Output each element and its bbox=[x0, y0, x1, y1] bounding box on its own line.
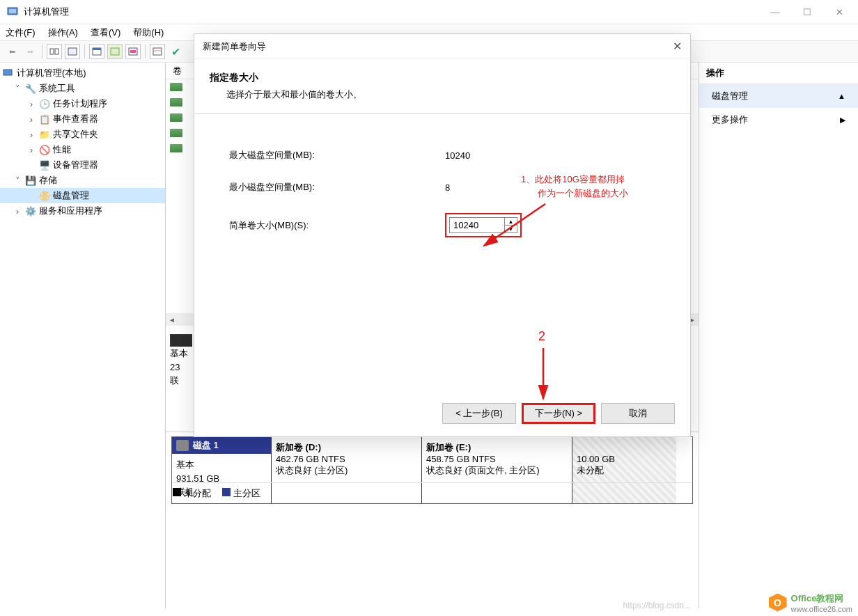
folder-icon: 📁 bbox=[39, 129, 50, 140]
nav-storage[interactable]: ˅ 💾 存储 bbox=[0, 173, 165, 188]
office-watermark: O Office教程网 www.office26.com bbox=[769, 592, 852, 613]
vol-u-status: 未分配 bbox=[577, 464, 672, 477]
tools-icon: 🔧 bbox=[25, 83, 36, 94]
csdn-watermark: https://blog.csdn... bbox=[623, 601, 691, 610]
menu-action[interactable]: 操作(A) bbox=[48, 26, 78, 39]
app-icon bbox=[7, 6, 20, 18]
max-size-row: 最大磁盘空间量(MB): 10240 bbox=[229, 149, 655, 161]
max-size-label: 最大磁盘空间量(MB): bbox=[229, 149, 445, 161]
nav-diskmgmt-label: 磁盘管理 bbox=[53, 189, 89, 202]
toolbtn-6[interactable] bbox=[150, 44, 165, 59]
wizard-header: 指定卷大小 选择介于最大和最小值的卷大小。 bbox=[194, 59, 690, 114]
nav-scheduler[interactable]: › 🕒 任务计划程序 bbox=[0, 96, 165, 111]
annotation-1: 1、此处将10G容量都用掉 作为一个新磁盘的大小 bbox=[521, 173, 628, 200]
toolbtn-5[interactable] bbox=[125, 44, 141, 59]
volume-size-input[interactable] bbox=[449, 217, 505, 233]
watermark-brand: Office教程网 bbox=[791, 592, 852, 605]
legend-primary: 主分区 bbox=[222, 487, 260, 500]
svg-rect-1 bbox=[9, 9, 16, 13]
next-button[interactable]: 下一步(N) > bbox=[522, 403, 595, 424]
expand-icon[interactable]: ˅ bbox=[13, 175, 22, 186]
nav-root[interactable]: 计算机管理(本地) bbox=[0, 65, 165, 81]
nav-tree: 计算机管理(本地) ˅ 🔧 系统工具 › 🕒 任务计划程序 › 📋 事件查看器 … bbox=[0, 63, 166, 608]
nav-perf-label: 性能 bbox=[53, 143, 71, 156]
expand-icon[interactable]: ˅ bbox=[13, 84, 22, 94]
volume-icon bbox=[170, 144, 182, 152]
nav-services-label: 服务和应用程序 bbox=[39, 205, 102, 217]
col-volume: 卷 bbox=[173, 65, 182, 77]
back-button[interactable]: < 上一步(B) bbox=[442, 403, 516, 424]
menu-view[interactable]: 查看(V) bbox=[91, 26, 120, 39]
legend-unalloc: 未分配 bbox=[173, 487, 211, 500]
disk-graphic-panel: 磁盘 1 基本 931.51 GB 联机 新加卷 (D:) 462.76 GB … bbox=[166, 432, 699, 504]
expand-icon[interactable]: › bbox=[13, 206, 22, 216]
toolbtn-2[interactable] bbox=[65, 44, 80, 59]
forward-button[interactable]: ➡ bbox=[22, 44, 38, 59]
volume-size-label: 简单卷大小(MB)(S): bbox=[229, 219, 445, 232]
max-size-value: 10240 bbox=[445, 150, 470, 161]
vol-u-size: 10.00 GB bbox=[577, 454, 672, 464]
device-icon: 🖥️ bbox=[39, 159, 50, 171]
titlebar: 计算机管理 — ☐ ✕ bbox=[0, 0, 858, 24]
toolbtn-1[interactable] bbox=[47, 44, 62, 59]
svg-rect-9 bbox=[130, 50, 136, 53]
back-button[interactable]: ⬅ bbox=[4, 44, 20, 59]
disk-type: 基本 bbox=[176, 458, 267, 472]
expand-icon[interactable]: › bbox=[26, 99, 36, 109]
toolbtn-4[interactable] bbox=[107, 44, 123, 59]
actions-item-diskmgmt[interactable]: 磁盘管理 ▲ bbox=[699, 84, 858, 108]
wizard-body: 最大磁盘空间量(MB): 10240 最小磁盘空间量(MB): 8 简单卷大小(… bbox=[194, 114, 690, 292]
nav-services[interactable]: › ⚙️ 服务和应用程序 bbox=[0, 203, 165, 219]
nav-systools[interactable]: ˅ 🔧 系统工具 bbox=[0, 81, 165, 96]
svg-rect-10 bbox=[153, 48, 162, 55]
close-button[interactable]: ✕ bbox=[823, 1, 855, 22]
cancel-button[interactable]: 取消 bbox=[601, 403, 675, 424]
disk-icon: 📀 bbox=[39, 190, 50, 201]
wizard-buttons: < 上一步(B) 下一步(N) > 取消 bbox=[442, 403, 675, 424]
watermark-url: www.office26.com bbox=[791, 605, 852, 613]
collapse-icon: ▲ bbox=[838, 92, 845, 100]
disk0-status: 联 bbox=[170, 374, 192, 388]
nav-devicemgr[interactable]: 🖥️ 设备管理器 bbox=[0, 157, 165, 173]
maximize-button[interactable]: ☐ bbox=[791, 1, 823, 22]
volume-size-row: 简单卷大小(MB)(S): ▲ ▼ bbox=[229, 213, 655, 237]
title-text: 计算机管理 bbox=[24, 6, 759, 18]
wizard-close-button[interactable]: ✕ bbox=[673, 40, 682, 53]
svg-rect-12 bbox=[3, 70, 12, 75]
scroll-left-button[interactable]: ◄ bbox=[166, 313, 178, 326]
expand-icon[interactable]: › bbox=[26, 129, 36, 140]
nav-eventviewer[interactable]: › 📋 事件查看器 bbox=[0, 111, 165, 127]
menu-file[interactable]: 文件(F) bbox=[6, 26, 36, 39]
menu-help[interactable]: 帮助(H) bbox=[133, 26, 164, 39]
actions-item-more[interactable]: 更多操作 ▶ bbox=[699, 108, 858, 132]
spinner-up-button[interactable]: ▲ bbox=[505, 218, 517, 226]
svg-rect-4 bbox=[68, 48, 77, 55]
vol-e-name: 新加卷 (E:) bbox=[426, 441, 568, 454]
expand-icon[interactable]: › bbox=[26, 145, 36, 155]
nav-sharedfolders[interactable]: › 📁 共享文件夹 bbox=[0, 127, 165, 142]
svg-rect-6 bbox=[93, 48, 101, 50]
nav-diskmgmt[interactable]: 📀 磁盘管理 bbox=[0, 188, 165, 203]
spinner-down-button[interactable]: ▼ bbox=[505, 226, 517, 232]
event-icon: 📋 bbox=[39, 113, 50, 125]
spinner-buttons: ▲ ▼ bbox=[505, 217, 517, 233]
annotation-2: 2 bbox=[538, 327, 545, 346]
separator bbox=[42, 45, 42, 58]
svg-rect-2 bbox=[50, 49, 54, 54]
toolbtn-refresh[interactable] bbox=[89, 44, 104, 59]
disk-title[interactable]: 磁盘 1 bbox=[172, 437, 271, 454]
storage-icon: 💾 bbox=[25, 175, 36, 186]
vol-e-size: 458.75 GB NTFS bbox=[426, 454, 568, 464]
window-controls: — ☐ ✕ bbox=[759, 1, 855, 22]
nav-performance[interactable]: › 🚫 性能 bbox=[0, 142, 165, 157]
volume-icon bbox=[170, 113, 182, 122]
vol-d-name: 新加卷 (D:) bbox=[276, 441, 417, 454]
minimize-button[interactable]: — bbox=[759, 1, 791, 22]
expand-icon[interactable]: › bbox=[26, 114, 36, 125]
actions-item-label: 更多操作 bbox=[712, 113, 748, 126]
separator bbox=[145, 45, 146, 58]
vol-d-status: 状态良好 (主分区) bbox=[276, 464, 417, 477]
services-icon: ⚙️ bbox=[25, 205, 36, 216]
toolbtn-help[interactable]: ✔ bbox=[168, 44, 183, 59]
wizard-subheading: 选择介于最大和最小值的卷大小。 bbox=[210, 88, 675, 101]
